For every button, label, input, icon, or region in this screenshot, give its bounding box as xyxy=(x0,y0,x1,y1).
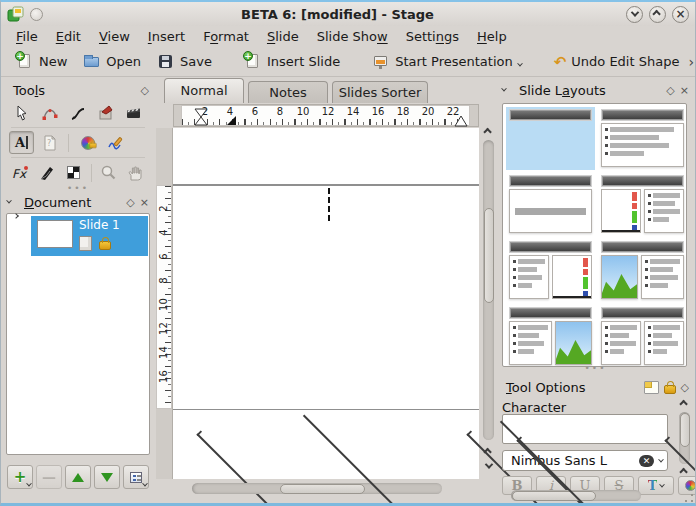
document-docker-title: Document xyxy=(16,195,91,210)
layout-title-and-text[interactable] xyxy=(506,173,595,236)
scroll-left-button-2[interactable] xyxy=(446,484,458,496)
insert-slide-button[interactable]: + Insert Slide xyxy=(237,50,347,74)
scrollbar-track[interactable] xyxy=(483,140,494,440)
remove-slide-button[interactable]: — xyxy=(36,465,62,489)
scrollbar-thumb[interactable] xyxy=(280,484,365,494)
resize-grip[interactable] xyxy=(684,493,694,503)
right-margin-marker-icon[interactable] xyxy=(454,114,468,127)
ruler-number: 12 xyxy=(158,322,169,336)
list-view-icon xyxy=(130,472,142,483)
indent-marker-icon[interactable] xyxy=(194,108,208,128)
main-toolbar: + New Open Save + Insert Slide Start Pre… xyxy=(1,47,695,77)
menu-edit[interactable]: Edit xyxy=(47,27,90,46)
scroll-right-button[interactable] xyxy=(657,490,669,502)
clear-icon[interactable]: ✕ xyxy=(639,455,654,467)
menu-format[interactable]: Format xyxy=(194,27,258,46)
close-button[interactable]: × xyxy=(672,6,689,23)
zoom-tool-button[interactable] xyxy=(98,161,121,184)
open-button[interactable]: Open xyxy=(76,50,148,74)
pattern-select-tool-button[interactable] xyxy=(93,101,118,124)
menu-view[interactable]: View xyxy=(90,27,139,46)
color-management-tool-button[interactable] xyxy=(75,131,100,154)
move-slide-up-button[interactable] xyxy=(65,465,91,489)
scroll-right-button[interactable] xyxy=(460,484,472,496)
collapse-docker-icon[interactable] xyxy=(501,86,507,92)
dropdown-arrow-icon[interactable] xyxy=(517,60,523,66)
scrollbar-thumb[interactable] xyxy=(512,491,596,501)
close-docker-icon[interactable]: × xyxy=(140,197,149,208)
layout-bullets-and-image[interactable] xyxy=(506,305,595,367)
menu-settings[interactable]: Settings xyxy=(397,27,468,46)
scrollbar-thumb[interactable] xyxy=(680,413,690,447)
maximize-button[interactable] xyxy=(649,6,666,23)
interaction-tool-button[interactable] xyxy=(9,101,34,124)
slide-layouts-docker: Slide Layouts ◇ × xyxy=(496,81,695,369)
horizontal-ruler: 2 4 6 8 10 12 14 16 18 20 22 xyxy=(173,104,479,127)
close-docker-icon[interactable]: × xyxy=(680,85,689,96)
collapse-docker-icon[interactable] xyxy=(6,198,12,204)
scroll-left-button[interactable] xyxy=(176,484,188,496)
pan-tool-button[interactable] xyxy=(124,161,147,184)
menu-help[interactable]: Help xyxy=(468,27,516,46)
layout-bullets-and-chart[interactable] xyxy=(506,239,595,302)
slide-top-edge xyxy=(173,184,479,186)
pattern-edit-tool-button[interactable] xyxy=(61,161,84,184)
notes-icon[interactable] xyxy=(644,381,659,394)
horizontal-ruler-scale: 2 4 6 8 10 12 14 16 18 20 22 xyxy=(181,105,470,126)
menu-slide[interactable]: Slide xyxy=(258,27,308,46)
app-icon xyxy=(7,6,24,23)
text-cursor xyxy=(328,188,330,221)
character-preview-input[interactable] xyxy=(502,414,668,444)
slide-canvas[interactable] xyxy=(173,128,479,479)
layout-image-and-bullets[interactable] xyxy=(598,239,687,302)
layout-two-bullet-columns[interactable] xyxy=(598,305,687,367)
move-slide-down-button[interactable] xyxy=(94,465,120,489)
docker-splitter[interactable]: ••• xyxy=(496,366,695,372)
lock-tool-options-icon[interactable] xyxy=(664,385,676,394)
edit-path-tool-button[interactable] xyxy=(37,101,62,124)
tab-notes[interactable]: Notes xyxy=(248,81,328,103)
slide-layouts-title: Slide Layouts xyxy=(511,83,606,98)
toolbar-overflow-button[interactable]: › xyxy=(688,54,696,70)
start-presentation-button[interactable]: Start Presentation xyxy=(365,50,529,74)
connection-tool-button[interactable] xyxy=(65,101,90,124)
menu-insert[interactable]: Insert xyxy=(139,27,194,46)
layout-title-and-bullets[interactable] xyxy=(598,107,687,170)
menu-slide-show[interactable]: Slide Show xyxy=(308,27,397,46)
animation-tool-button[interactable] xyxy=(121,101,146,124)
margin-marker-icon[interactable] xyxy=(226,115,237,126)
scroll-left-button[interactable] xyxy=(496,490,508,502)
docker-splitter[interactable]: ••• xyxy=(1,186,155,192)
window-titlebar[interactable]: BETA 6: [modified] - Stage × xyxy=(1,2,695,26)
layout-title-only[interactable] xyxy=(506,107,595,170)
open-folder-icon xyxy=(83,53,101,71)
float-docker-icon[interactable]: ◇ xyxy=(141,85,149,96)
float-docker-icon[interactable]: ◇ xyxy=(126,197,134,208)
undo-button[interactable]: ↶ Undo Edit Shape xyxy=(547,51,687,73)
save-button[interactable]: Save xyxy=(150,50,219,74)
dropdown-arrow-icon[interactable] xyxy=(658,456,664,462)
tab-normal[interactable]: Normal xyxy=(164,78,244,103)
text-tool-button[interactable]: A xyxy=(9,131,34,154)
float-docker-icon[interactable]: ◇ xyxy=(666,85,674,96)
shape-tool-button[interactable]: ? xyxy=(37,131,62,154)
tree-expander-icon[interactable] xyxy=(13,213,19,219)
freehand-path-tool-button[interactable] xyxy=(103,131,128,154)
view-mode-button[interactable] xyxy=(123,465,149,489)
scrollbar-thumb[interactable] xyxy=(484,208,494,303)
add-slide-button[interactable]: + xyxy=(7,465,33,489)
menu-file[interactable]: File xyxy=(7,27,47,46)
scroll-up-button[interactable] xyxy=(483,126,495,138)
float-docker-icon[interactable]: ◇ xyxy=(681,382,689,393)
scroll-left-button-2[interactable] xyxy=(644,490,656,502)
artistic-text-tool-button[interactable]: Fx xyxy=(9,161,32,184)
scroll-up-button[interactable] xyxy=(679,398,691,410)
new-button[interactable]: + New xyxy=(9,50,74,74)
tab-slides-sorter[interactable]: Slides Sorter xyxy=(332,81,428,103)
minimize-button[interactable] xyxy=(626,6,643,23)
calligraphy-tool-button[interactable] xyxy=(35,161,58,184)
layout-title-chart-and-bullets[interactable] xyxy=(598,173,687,236)
slide-1-row[interactable]: Slide 1 xyxy=(31,216,148,256)
scrollbar-track[interactable] xyxy=(192,483,442,494)
pin-button[interactable] xyxy=(30,8,43,21)
